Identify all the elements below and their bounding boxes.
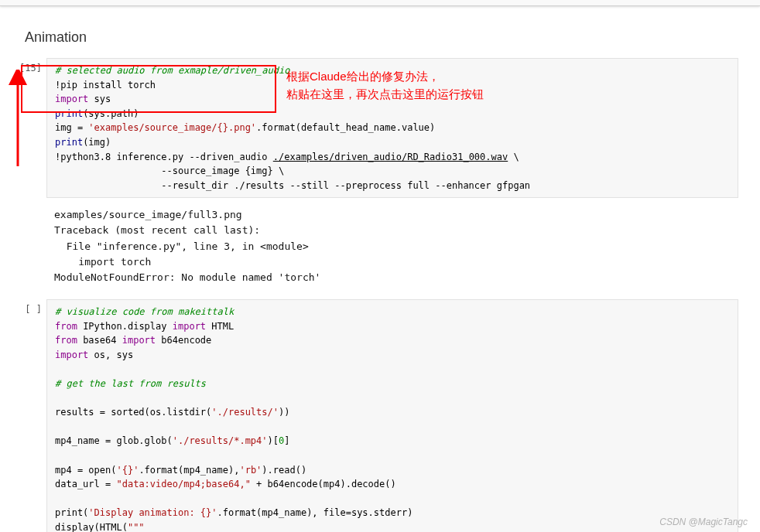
output-body-1: examples/source_image/full3.png Tracebac… [46,204,738,293]
output-cell-1: examples/source_image/full3.png Tracebac… [0,204,760,299]
code-keyword: from [55,321,77,332]
code-text: ] [284,435,289,446]
code-string: "data:video/mp4;base64," [116,479,250,489]
output-line: ModuleNotFoundError: No module named 'to… [54,271,320,283]
code-string: 'Display animation: {}' [88,507,217,518]
code-path: ./examples/driven_audio/RD_Radio31_000.w… [273,152,508,162]
annotation-line1: 根据Claude给出的修复办法， [286,68,484,86]
output-line: Traceback (most recent call last): [54,224,260,236]
code-keyword: import [55,350,88,360]
code-line: --source_image {img} \ [55,165,284,176]
cell-prompt-2: [ ] [2,299,46,315]
code-text: mp4 = open( [55,465,116,476]
code-text: .format(mp4_name), file=sys.stderr) [217,507,413,518]
cell-body-2[interactable]: # visualize code from makeittalk from IP… [46,299,738,532]
code-text: !python3.8 inference.py --driven_audio [55,152,273,162]
code-line: !pip install torch [55,80,156,90]
arrow-icon [8,70,28,170]
code-text: base64 [77,335,122,346]
watermark: CSDN @MagicTangc [659,517,748,527]
code-text: \ [508,152,519,162]
code-comment: # selected audio from exmaple/driven_aud… [55,65,289,76]
annotation-text: 根据Claude给出的修复办法， 粘贴在这里，再次点击这里的运行按钮 [286,68,484,103]
code-text: img [88,137,105,148]
output-line: import torch [54,256,151,268]
code-text: ).read() [262,465,306,476]
code-keyword: import [122,335,156,346]
code-text: mp4_name = glob.glob( [55,435,173,446]
code-text: results = sorted(os.listdir( [55,407,211,418]
code-text: + b64encode(mp4).decode() [251,479,396,489]
code-builtin: print [55,108,83,119]
code-string: 'examples/source_image/{}.png' [88,122,256,133]
top-shadow-bar [0,0,760,6]
code-text: IPython.display [77,321,173,332]
code-text: data_url = [55,479,116,489]
code-text: os, sys [88,350,133,360]
code-text: HTML [206,321,234,332]
code-text: sys [88,94,111,104]
code-keyword: import [55,94,88,104]
code-text: )[ [268,435,279,446]
code-line: --result_dir ./results --still --preproc… [55,180,530,191]
code-text: b64encode [156,335,211,346]
code-string: 'rb' [239,465,262,476]
code-text: sys.path [88,108,133,119]
code-text: print( [55,507,88,518]
code-text: .format(mp4_name), [139,465,239,476]
output-line: examples/source_image/full3.png [54,209,242,220]
code-string: './results/*.mp4' [173,435,268,446]
code-text: img = [55,122,88,133]
code-keyword: import [173,321,206,332]
code-string: './results/' [211,407,279,418]
code-comment: # visualize code from makeittalk [55,306,234,317]
code-comment: # get the last from results [55,378,206,389]
code-text: display(HTML( [55,522,128,532]
output-line: File "inference.py", line 3, in <module> [54,240,309,252]
annotation-line2: 粘贴在这里，再次点击这里的运行按钮 [286,86,484,104]
code-text: )) [279,407,289,418]
code-cell-2[interactable]: [ ] # visualize code from makeittalk fro… [0,299,760,532]
section-title: Animation [0,6,760,58]
code-builtin: print [55,137,83,148]
code-text: .format(default_head_name.value) [256,122,435,133]
code-string: """ [128,522,145,532]
output-prompt-1 [2,204,46,209]
code-string: '{}' [116,465,139,476]
code-keyword: from [55,335,77,346]
